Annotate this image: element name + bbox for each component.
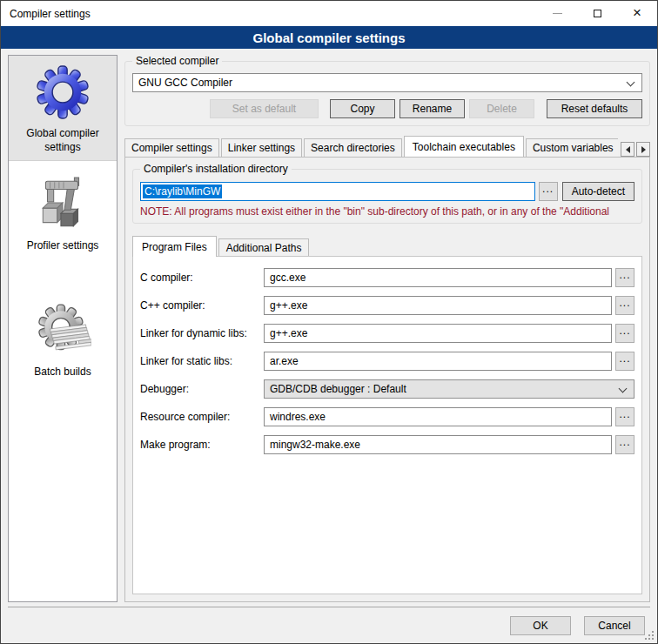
program-field-row: C++ compiler: g++.exe ... [140, 296, 634, 315]
program-field-browse-button[interactable]: ... [615, 435, 634, 454]
gear-blue-icon [34, 64, 91, 121]
program-field-browse-button[interactable]: ... [615, 268, 634, 287]
program-field-label: C compiler: [140, 272, 264, 284]
program-field-row: Make program: mingw32-make.exe ... [140, 435, 634, 454]
arrow-right-icon [641, 146, 646, 153]
resource-compiler-input[interactable]: windres.exe [264, 407, 612, 426]
installation-directory-group: Compiler's installation directory C:\ray… [132, 169, 642, 224]
tab-custom-variables[interactable]: Custom variables [526, 138, 618, 157]
linker-for-dynamic-libs-input[interactable]: g++.exe [264, 324, 612, 343]
maximize-button[interactable] [577, 1, 617, 26]
close-button[interactable]: × [617, 1, 657, 26]
profiler-icon [34, 176, 91, 233]
selected-compiler-group: Selected compiler GNU GCC Compiler Set a… [124, 61, 650, 126]
selected-compiler-label: Selected compiler [132, 55, 222, 67]
settings-category-list: Global compiler settings Profiler settin… [8, 55, 118, 602]
auto-detect-button[interactable]: Auto-detect [562, 182, 634, 201]
resize-grip[interactable] [643, 629, 655, 641]
subtab-additional-paths[interactable]: Additional Paths [218, 238, 310, 256]
installation-directory-value: C:\raylib\MinGW [143, 184, 222, 198]
program-field-browse-button[interactable]: ... [615, 324, 634, 343]
batch-builds-icon [34, 302, 91, 359]
titlebar: Compiler settings × [1, 1, 657, 26]
settings-tabstrip: Compiler settingsLinker settingsSearch d… [124, 135, 650, 157]
program-field-value: GDB/CDB debugger : Default [270, 383, 406, 395]
tab-toolchain-executables[interactable]: Toolchain executables [404, 136, 524, 157]
sidebar-item-profiler-settings[interactable]: Profiler settings [9, 168, 117, 259]
dialog-banner: Global compiler settings [1, 26, 657, 49]
minimize-icon [553, 13, 562, 14]
sidebar-item-label: Profiler settings [27, 239, 99, 253]
program-field-row: Resource compiler: windres.exe ... [140, 407, 634, 426]
installation-directory-input[interactable]: C:\raylib\MinGW [140, 182, 535, 201]
footer: OK Cancel [1, 607, 657, 643]
debugger-select[interactable]: GDB/CDB debugger : Default [264, 379, 634, 399]
sidebar-item-label: Batch builds [34, 366, 91, 379]
settings-tabs: Compiler settingsLinker settingsSearch d… [124, 136, 618, 157]
program-field-row: Debugger: GDB/CDB debugger : Default [140, 379, 634, 399]
installation-directory-row: C:\raylib\MinGW ... Auto-detect [140, 182, 634, 201]
tab-scroll-left-button[interactable] [621, 142, 634, 157]
program-field-browse-button[interactable]: ... [615, 407, 634, 426]
window-title: Compiler settings [1, 8, 537, 20]
subtab-program-files[interactable]: Program Files [132, 236, 217, 257]
linker-for-static-libs-input[interactable]: ar.exe [264, 352, 612, 371]
program-field-row: Linker for static libs: ar.exe ... [140, 352, 634, 371]
program-files-page: C compiler: gcc.exe ... C++ compiler: g+… [132, 256, 642, 594]
installation-directory-note: NOTE: All programs must exist either in … [140, 205, 634, 218]
chevron-down-icon [619, 385, 628, 393]
copy-button[interactable]: Copy [330, 99, 395, 118]
compiler-select-value: GNU GCC Compiler [138, 77, 232, 89]
compiler-select[interactable]: GNU GCC Compiler [132, 73, 642, 92]
program-field-browse-button[interactable]: ... [615, 352, 634, 371]
program-field-label: C++ compiler: [140, 299, 264, 312]
delete-button[interactable]: Delete [469, 99, 534, 118]
reset-defaults-button[interactable]: Reset defaults [547, 99, 642, 118]
sidebar-item-batch-builds[interactable]: Batch builds [9, 294, 117, 386]
toolchain-executables-page: Compiler's installation directory C:\ray… [124, 157, 650, 602]
program-field-label: Debugger: [140, 383, 264, 395]
main-panel: Selected compiler GNU GCC Compiler Set a… [124, 55, 650, 602]
maximize-icon [594, 10, 601, 17]
tab-search-directories[interactable]: Search directories [304, 138, 402, 157]
close-icon: × [633, 5, 641, 20]
set-as-default-button[interactable]: Set as default [210, 99, 319, 118]
arrow-left-icon [626, 146, 630, 153]
installation-directory-label: Compiler's installation directory [140, 163, 292, 175]
program-field-label: Linker for static libs: [140, 355, 264, 367]
compiler-settings-dialog: Compiler settings × Global compiler sett… [0, 0, 658, 644]
c-compiler-input[interactable]: g++.exe [264, 296, 612, 315]
rename-button[interactable]: Rename [400, 99, 465, 118]
tab-compiler-settings[interactable]: Compiler settings [124, 138, 219, 157]
programs-subtabstrip: Program FilesAdditional Paths [132, 235, 642, 256]
tab-linker-settings[interactable]: Linker settings [221, 138, 302, 157]
program-field-label: Resource compiler: [140, 411, 264, 423]
caption-buttons: × [537, 1, 657, 26]
make-program-input[interactable]: mingw32-make.exe [264, 435, 612, 454]
cancel-button[interactable]: Cancel [584, 616, 645, 635]
chevron-down-icon [627, 78, 635, 87]
tab-scroll-right-button[interactable] [636, 142, 650, 157]
installation-directory-browse-button[interactable]: ... [539, 182, 558, 201]
ok-button[interactable]: OK [510, 616, 571, 635]
dialog-body: Global compiler settings Profiler settin… [1, 49, 657, 607]
c-compiler-input[interactable]: gcc.exe [264, 268, 612, 287]
program-field-browse-button[interactable]: ... [615, 296, 634, 315]
compiler-actions: Set as defaultCopyRenameDeleteReset defa… [132, 99, 642, 118]
minimize-button[interactable] [537, 1, 577, 26]
program-field-row: Linker for dynamic libs: g++.exe ... [140, 324, 634, 343]
program-field-row: C compiler: gcc.exe ... [140, 268, 634, 287]
sidebar-item-label: Global compiler settings [11, 127, 114, 154]
tab-scroll-arrows [621, 142, 650, 157]
program-field-label: Linker for dynamic libs: [140, 327, 264, 339]
program-field-label: Make program: [140, 439, 264, 451]
sidebar-item-global-compiler-settings[interactable]: Global compiler settings [9, 56, 117, 161]
